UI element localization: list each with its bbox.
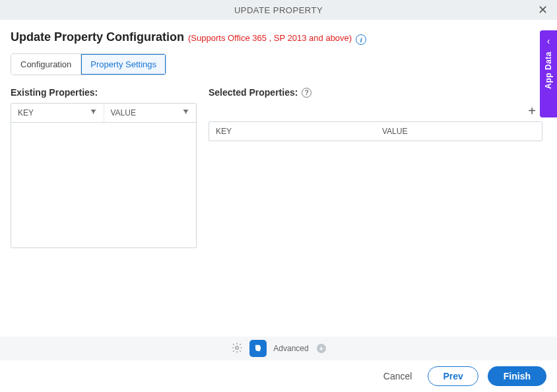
- selected-col-value: VALUE: [376, 122, 542, 141]
- tab-configuration[interactable]: Configuration: [11, 54, 81, 75]
- support-note: (Supports Office 365 , SP 2013 and above…: [188, 33, 352, 43]
- prev-button[interactable]: Prev: [428, 366, 478, 386]
- filter-icon[interactable]: [182, 108, 189, 117]
- existing-col-key-label: KEY: [18, 108, 34, 117]
- cancel-button[interactable]: Cancel: [377, 367, 419, 385]
- existing-properties-table: KEY VALUE: [11, 103, 197, 248]
- titlebar-title: UPDATE PROPERTY: [234, 5, 323, 15]
- page-title-row: Update Property Configuration (Supports …: [11, 30, 546, 44]
- selected-properties-wrap: + KEY VALUE: [209, 103, 546, 141]
- footer: Cancel Prev Finish: [0, 360, 557, 392]
- app-data-side-handle[interactable]: ‹ App Data: [540, 30, 557, 117]
- selected-properties-label: Selected Properties: ?: [209, 87, 546, 98]
- tabs: Configuration Property Settings: [11, 53, 166, 75]
- close-icon[interactable]: ✕: [535, 3, 551, 17]
- info-icon[interactable]: i: [356, 34, 366, 45]
- selected-properties-panel: Selected Properties: ? + KEY VALUE: [209, 87, 546, 248]
- existing-col-key[interactable]: KEY: [11, 104, 104, 122]
- app-data-label: App Data: [544, 51, 553, 89]
- help-icon[interactable]: ?: [302, 88, 311, 98]
- add-property-icon[interactable]: +: [525, 104, 539, 117]
- gear-icon[interactable]: [231, 342, 243, 356]
- existing-properties-panel: Existing Properties: KEY VALUE: [11, 87, 197, 248]
- filter-icon[interactable]: [90, 108, 97, 117]
- existing-properties-label: Existing Properties:: [11, 87, 197, 98]
- selected-properties-table: KEY VALUE: [209, 121, 542, 141]
- titlebar: UPDATE PROPERTY ✕: [0, 0, 557, 20]
- tab-property-settings[interactable]: Property Settings: [81, 54, 166, 75]
- existing-col-value-label: VALUE: [111, 108, 136, 117]
- columns: Existing Properties: KEY VALUE: [11, 87, 546, 248]
- advanced-label[interactable]: Advanced: [273, 344, 308, 353]
- chevron-left-icon: ‹: [547, 36, 550, 46]
- advanced-expand-icon[interactable]: +: [317, 344, 326, 353]
- finish-button[interactable]: Finish: [488, 366, 546, 386]
- existing-properties-header: KEY VALUE: [11, 104, 196, 123]
- selected-col-key: KEY: [209, 122, 376, 141]
- app-chip-icon[interactable]: [249, 340, 267, 357]
- selected-properties-header: KEY VALUE: [209, 122, 542, 141]
- page-title: Update Property Configuration: [11, 30, 184, 44]
- content-area: Update Property Configuration (Supports …: [0, 20, 557, 248]
- selected-properties-actions: +: [209, 103, 542, 121]
- svg-point-0: [236, 346, 239, 349]
- existing-col-value[interactable]: VALUE: [104, 104, 197, 122]
- bottom-bar: Advanced +: [0, 337, 557, 360]
